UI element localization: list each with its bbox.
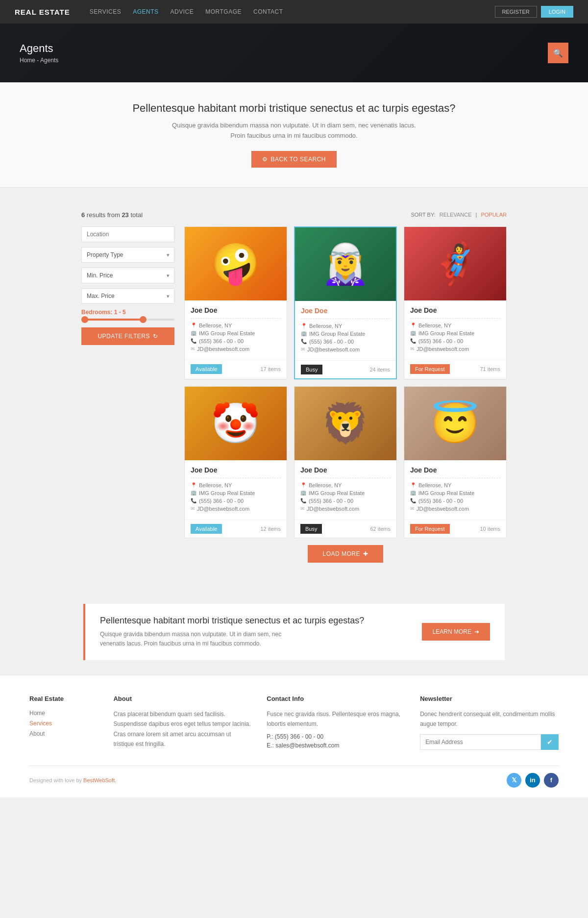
footer-nav-links: Home Services About xyxy=(29,709,98,737)
footer-columns: Real Estate Home Services About About Cr… xyxy=(29,695,559,751)
agent-info: Joe Doe 📍 Bellerose, NY 🏢 IMG Group Real… xyxy=(185,460,287,520)
items-count: 17 items xyxy=(260,366,281,372)
email-icon: ✉ xyxy=(191,506,195,511)
agent-card: 🧝‍♀️ Joe Doe 📍 Bellerose, NY 🏢 IM xyxy=(294,226,397,379)
agent-info: Joe Doe 📍 Bellerose, NY 🏢 IMG Group Real… xyxy=(404,460,506,520)
phone-icon: 📞 xyxy=(301,339,307,344)
agent-avatar: 🦸‍♀️ xyxy=(404,227,506,300)
cta-box: Pellentesque habitant morbi tristique se… xyxy=(83,604,505,660)
nav-link-services[interactable]: SERVICES xyxy=(90,8,121,15)
agent-avatar: 🦁 xyxy=(294,387,396,460)
location-input[interactable] xyxy=(81,226,174,242)
min-price-select[interactable]: Min. Price $100,000 $200,000 xyxy=(81,268,174,283)
status-badge[interactable]: Busy xyxy=(300,524,322,534)
phone-icon: 📞 xyxy=(300,498,306,503)
plus-icon: ✚ xyxy=(363,550,368,557)
agent-avatar: 😇 xyxy=(404,387,506,460)
max-price-select[interactable]: Max. Price $500,000 $700,000 xyxy=(81,288,174,304)
nav-link-agents[interactable]: AGENTS xyxy=(133,8,158,15)
login-button[interactable]: LOGIN xyxy=(541,6,573,18)
footer-col-about: About Cras placerat bibendum quam sed fa… xyxy=(113,695,252,751)
building-icon: 🏢 xyxy=(410,490,416,496)
sort-relevance[interactable]: RELEVANCE xyxy=(440,212,472,218)
items-count: 24 items xyxy=(369,367,390,372)
copyright-link[interactable]: BestWebSoft. xyxy=(83,777,116,783)
hero-banner: Agents Home - Agents 🔍 xyxy=(0,24,588,82)
agent-avatar: 🤡 xyxy=(185,387,287,460)
phone-icon: 📞 xyxy=(410,338,416,344)
status-badge[interactable]: For Request xyxy=(410,524,450,534)
status-badge[interactable]: For Request xyxy=(410,364,450,374)
update-filters-button[interactable]: UPDATE FILTERS ↻ xyxy=(81,327,174,345)
agent-footer: Busy 24 items xyxy=(295,360,396,378)
footer-col-newsletter: Newsletter Donec hendrerit consequat eli… xyxy=(420,695,559,751)
footer-link-home[interactable]: Home xyxy=(29,710,45,717)
email-icon: ✉ xyxy=(301,347,305,352)
items-count: 71 items xyxy=(480,366,500,372)
agent-card: 🤪 Joe Doe 📍 Bellerose, NY 🏢 IMG G xyxy=(184,226,287,379)
hero-title: Agents xyxy=(20,42,58,55)
sidebar-filters: Property Type House Apartment Commercial… xyxy=(81,226,174,572)
nav-link-advice[interactable]: ADVICE xyxy=(171,8,194,15)
nav-link-mortgage[interactable]: MORTGAGE xyxy=(205,8,242,15)
back-to-search-button[interactable]: ⚙ BACK TO SEARCH xyxy=(251,151,337,168)
agent-company: 🏢 IMG Group Real Estate xyxy=(300,490,391,496)
footer-brand: Real Estate xyxy=(29,695,98,702)
sort-label: SORT BY: xyxy=(411,212,435,218)
status-badge[interactable]: Busy xyxy=(301,365,322,374)
agent-card: 🤡 Joe Doe 📍 Bellerose, NY 🏢 IMG G xyxy=(184,386,287,538)
learn-more-button[interactable]: LEARN MORE ➔ xyxy=(422,623,490,641)
nav-link-contact[interactable]: CONTACT xyxy=(253,8,283,15)
twitter-icon[interactable]: 𝕏 xyxy=(507,773,521,788)
navbar-links: SERVICES AGENTS ADVICE MORTGAGE CONTACT xyxy=(90,8,495,15)
agent-card: 😇 Joe Doe 📍 Bellerose, NY 🏢 IMG G xyxy=(404,386,507,538)
list-item: Services xyxy=(29,720,98,727)
building-icon: 🏢 xyxy=(300,490,306,496)
items-count: 10 items xyxy=(480,526,500,532)
agent-location: 📍 Bellerose, NY xyxy=(191,323,281,328)
agent-footer: Available 17 items xyxy=(185,360,287,378)
property-type-select[interactable]: Property Type House Apartment Commercial xyxy=(81,247,174,263)
phone-icon: 📞 xyxy=(191,338,196,344)
hero-text: Agents Home - Agents xyxy=(20,42,58,64)
footer-about-text: Cras placerat bibendum quam sed facilisi… xyxy=(113,709,252,749)
footer-newsletter-text: Donec hendrerit consequat elit, condimen… xyxy=(420,709,559,729)
cta-heading: Pellentesque habitant morbi tristique se… xyxy=(100,616,364,626)
navbar-actions: REGISTER LOGIN xyxy=(495,6,573,18)
cta-text: Pellentesque habitant morbi tristique se… xyxy=(100,616,364,648)
newsletter-submit-button[interactable]: ✔ xyxy=(541,734,559,750)
footer-contact-heading: Contact Info xyxy=(267,695,405,702)
footer-phone: P.: (555) 366 - 00 - 00 xyxy=(267,733,405,740)
agent-avatar: 🧝‍♀️ xyxy=(295,227,396,301)
status-badge[interactable]: Available xyxy=(191,524,222,534)
sort-popular[interactable]: POPULAR xyxy=(481,212,507,218)
agent-info: Joe Doe 📍 Bellerose, NY 🏢 IMG Group Real… xyxy=(294,460,396,520)
hero-search-button[interactable]: 🔍 xyxy=(548,43,568,63)
newsletter-email-input[interactable] xyxy=(420,734,541,750)
agent-location: 📍 Bellerose, NY xyxy=(410,482,500,488)
email-icon: ✉ xyxy=(191,346,195,351)
agent-location: 📍 Bellerose, NY xyxy=(410,323,500,328)
avatar-image: 🦸‍♀️ xyxy=(431,241,480,287)
facebook-icon[interactable]: f xyxy=(544,773,559,788)
bedrooms-slider[interactable] xyxy=(81,319,174,321)
newsletter-form: ✔ xyxy=(420,734,559,750)
agent-phone: 📞 (555) 366 - 00 - 00 xyxy=(300,498,391,504)
agent-footer: For Request 10 items xyxy=(404,520,506,538)
status-badge[interactable]: Available xyxy=(191,364,222,374)
navbar-brand: REAL ESTATE xyxy=(15,8,70,16)
agent-email: ✉ JD@bestwebsoft.com xyxy=(191,346,281,352)
linkedin-icon[interactable]: in xyxy=(525,773,540,788)
load-more-button[interactable]: LOAD MORE ✚ xyxy=(308,545,383,563)
footer-link-services[interactable]: Services xyxy=(29,720,52,727)
results-header: 6 results from 23 total SORT BY: RELEVAN… xyxy=(81,211,507,219)
agent-card: 🦁 Joe Doe 📍 Bellerose, NY 🏢 IMG G xyxy=(294,386,397,538)
agent-email: ✉ JD@bestwebsoft.com xyxy=(410,506,500,512)
email-icon: ✉ xyxy=(300,506,304,511)
register-button[interactable]: REGISTER xyxy=(495,6,537,18)
footer-contact-desc: Fusce nec gravida risus. Pellentesque er… xyxy=(267,709,405,729)
items-count: 12 items xyxy=(260,526,281,532)
location-icon: 📍 xyxy=(410,482,416,488)
agent-location: 📍 Bellerose, NY xyxy=(191,482,281,488)
footer-link-about[interactable]: About xyxy=(29,730,45,737)
